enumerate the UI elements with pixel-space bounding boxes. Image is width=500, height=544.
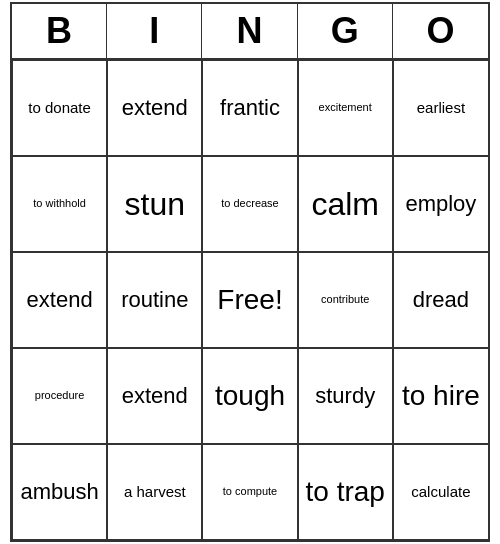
bingo-cell[interactable]: employ [393, 156, 488, 252]
bingo-cell[interactable]: extend [107, 60, 202, 156]
bingo-cell[interactable]: contribute [298, 252, 393, 348]
bingo-cell[interactable]: to trap [298, 444, 393, 540]
cell-text: contribute [321, 293, 369, 306]
cell-text: a harvest [124, 483, 186, 501]
bingo-cell[interactable]: stun [107, 156, 202, 252]
cell-text: to withhold [33, 197, 86, 210]
cell-text: calculate [411, 483, 470, 501]
bingo-cell[interactable]: to compute [202, 444, 297, 540]
cell-text: frantic [220, 95, 280, 121]
cell-text: dread [413, 287, 469, 313]
bingo-grid: to donateextendfranticexcitementearliest… [12, 60, 488, 540]
cell-text: to trap [306, 475, 385, 509]
bingo-cell[interactable]: to donate [12, 60, 107, 156]
cell-text: tough [215, 379, 285, 413]
cell-text: extend [122, 95, 188, 121]
cell-text: ambush [20, 479, 98, 505]
bingo-cell[interactable]: dread [393, 252, 488, 348]
bingo-cell[interactable]: extend [107, 348, 202, 444]
bingo-cell[interactable]: to hire [393, 348, 488, 444]
cell-text: routine [121, 287, 188, 313]
cell-text: employ [405, 191, 476, 217]
cell-text: to compute [223, 485, 277, 498]
bingo-cell[interactable]: Free! [202, 252, 297, 348]
cell-text: to donate [28, 99, 91, 117]
cell-text: procedure [35, 389, 85, 402]
header-letter: N [202, 4, 297, 58]
header-letter: O [393, 4, 488, 58]
cell-text: extend [27, 287, 93, 313]
cell-text: calm [311, 185, 379, 223]
bingo-cell[interactable]: extend [12, 252, 107, 348]
bingo-cell[interactable]: frantic [202, 60, 297, 156]
bingo-cell[interactable]: tough [202, 348, 297, 444]
bingo-cell[interactable]: to withhold [12, 156, 107, 252]
header-letter: I [107, 4, 202, 58]
bingo-cell[interactable]: sturdy [298, 348, 393, 444]
bingo-header: BINGO [12, 4, 488, 60]
cell-text: to decrease [221, 197, 278, 210]
bingo-cell[interactable]: excitement [298, 60, 393, 156]
bingo-cell[interactable]: calculate [393, 444, 488, 540]
bingo-cell[interactable]: ambush [12, 444, 107, 540]
bingo-cell[interactable]: to decrease [202, 156, 297, 252]
bingo-cell[interactable]: a harvest [107, 444, 202, 540]
header-letter: G [298, 4, 393, 58]
bingo-cell[interactable]: routine [107, 252, 202, 348]
bingo-cell[interactable]: earliest [393, 60, 488, 156]
cell-text: sturdy [315, 383, 375, 409]
bingo-card: BINGO to donateextendfranticexcitementea… [10, 2, 490, 542]
header-letter: B [12, 4, 107, 58]
cell-text: to hire [402, 379, 480, 413]
bingo-cell[interactable]: calm [298, 156, 393, 252]
cell-text: excitement [319, 101, 372, 114]
cell-text: Free! [217, 283, 282, 317]
cell-text: extend [122, 383, 188, 409]
cell-text: earliest [417, 99, 465, 117]
bingo-cell[interactable]: procedure [12, 348, 107, 444]
cell-text: stun [125, 185, 185, 223]
